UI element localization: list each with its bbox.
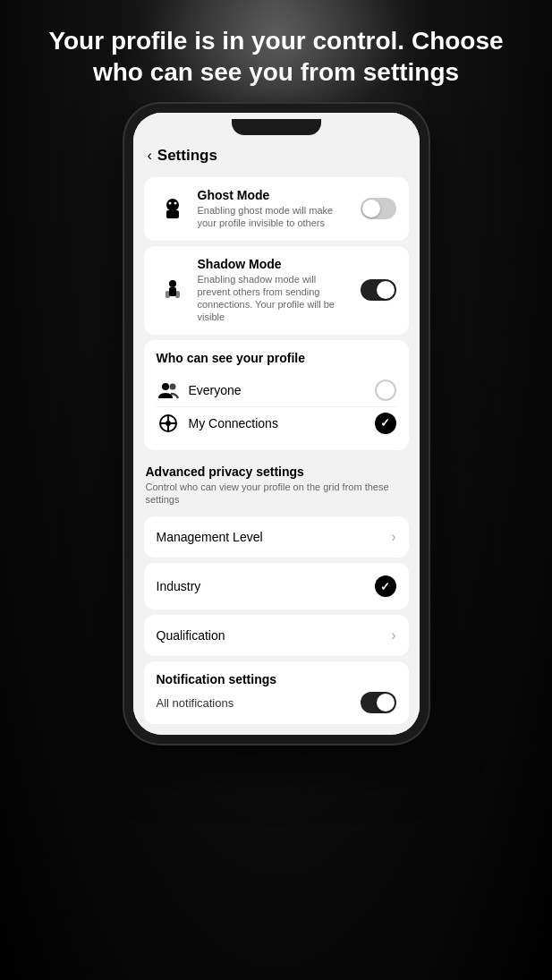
qualification-chevron-icon: › [391, 627, 395, 643]
shadow-mode-card: Shadow Mode Enabling shadow mode will pr… [144, 246, 409, 335]
ghost-mode-desc: Enabling ghost mode will make your profi… [198, 204, 352, 230]
svg-point-2 [168, 202, 171, 205]
shadow-mode-text: Shadow Mode Enabling shadow mode will pr… [198, 257, 352, 324]
notifications-toggle[interactable] [361, 692, 396, 713]
industry-label: Industry [157, 579, 201, 593]
ghost-mode-toggle[interactable] [361, 198, 396, 219]
everyone-radio[interactable] [375, 379, 396, 401]
advanced-privacy-section: Advanced privacy settings Control who ca… [133, 456, 420, 512]
svg-rect-1 [166, 210, 179, 218]
settings-header: ‹ Settings [133, 138, 420, 172]
svg-rect-5 [169, 287, 176, 296]
svg-point-4 [169, 280, 176, 287]
shadow-mode-toggle[interactable] [361, 279, 396, 301]
ghost-mode-text: Ghost Mode Enabling ghost mode will make… [198, 188, 352, 230]
qualification-label: Qualification [157, 628, 225, 643]
shadow-toggle-knob [377, 281, 395, 299]
connections-label: My Connections [189, 416, 366, 430]
everyone-label: Everyone [189, 383, 366, 397]
everyone-option[interactable]: Everyone [157, 374, 396, 406]
qualification-item[interactable]: Qualification › [144, 615, 409, 656]
shadow-icon [157, 274, 189, 306]
ghost-mode-card: Ghost Mode Enabling ghost mode will make… [144, 177, 409, 241]
notch [232, 119, 321, 135]
notification-card: Notification settings All notifications [144, 661, 409, 724]
svg-point-0 [166, 199, 179, 211]
my-connections-option[interactable]: My Connections [157, 406, 396, 439]
connections-icon [157, 413, 180, 433]
industry-item[interactable]: Industry [144, 563, 409, 609]
all-notifications-label: All notifications [157, 696, 234, 710]
back-button[interactable]: ‹ [148, 148, 152, 164]
management-chevron-icon: › [391, 529, 395, 545]
management-level-label: Management Level [157, 530, 263, 544]
screen-content: ‹ Settings Ghost Mode [133, 138, 420, 735]
phone-shell: ‹ Settings Ghost Mode [124, 104, 429, 744]
who-can-see-title: Who can see your profile [157, 351, 396, 365]
svg-point-9 [169, 383, 175, 389]
svg-point-8 [162, 383, 169, 390]
ghost-icon [157, 192, 189, 225]
everyone-icon [157, 380, 180, 400]
notch-bar [133, 113, 420, 138]
shadow-mode-label: Shadow Mode [198, 257, 352, 271]
settings-title: Settings [157, 147, 217, 165]
hero-text: Your profile is in your control. Choose … [0, 0, 552, 104]
svg-point-11 [166, 421, 171, 426]
svg-point-3 [174, 202, 176, 205]
notification-title: Notification settings [157, 672, 396, 686]
ghost-toggle-knob [362, 200, 380, 217]
connections-check[interactable] [375, 413, 396, 434]
notifications-toggle-knob [377, 694, 395, 712]
advanced-privacy-desc: Control who can view your profile on the… [146, 481, 407, 507]
who-can-see-card: Who can see your profile Everyone [144, 340, 409, 450]
management-level-item[interactable]: Management Level › [144, 516, 409, 558]
notification-row: All notifications [157, 692, 396, 713]
svg-rect-7 [175, 291, 180, 298]
svg-rect-6 [166, 291, 170, 298]
shadow-mode-desc: Enabling shadow mode will prevent others… [198, 273, 352, 324]
ghost-mode-label: Ghost Mode [198, 188, 352, 202]
industry-check [375, 575, 396, 597]
phone-screen: ‹ Settings Ghost Mode [133, 113, 420, 735]
advanced-privacy-title: Advanced privacy settings [146, 464, 407, 479]
